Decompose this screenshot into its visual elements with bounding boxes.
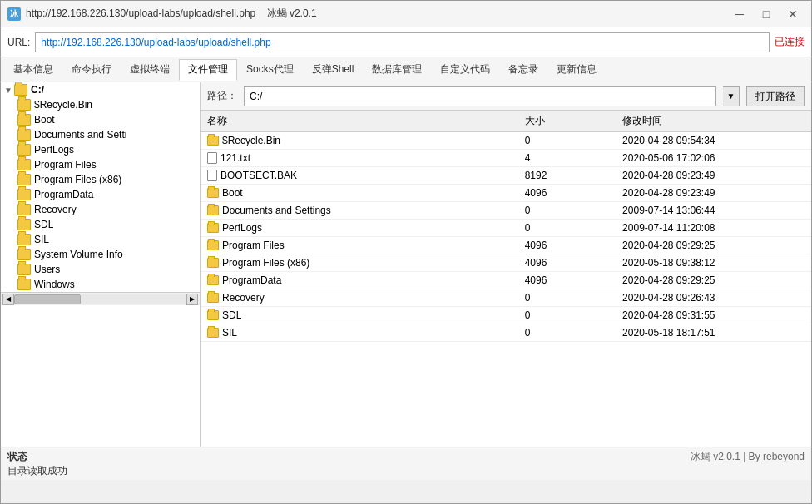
root-folder-icon: [14, 84, 27, 96]
tab-terminal[interactable]: 虚拟终端: [121, 59, 179, 81]
table-row[interactable]: Boot40962020-04-28 09:23:49: [201, 185, 811, 202]
folder-icon: [207, 205, 219, 215]
folder-icon: [207, 240, 219, 250]
file-name-label: ProgramData: [222, 274, 281, 286]
tree-item-sdl[interactable]: SDL: [1, 217, 200, 232]
file-size: 8192: [518, 167, 616, 185]
table-row[interactable]: Program Files (x86)40962020-05-18 09:38:…: [201, 254, 811, 272]
tab-socks[interactable]: Socks代理: [237, 59, 303, 81]
table-row[interactable]: BOOTSECT.BAK81922020-04-28 09:23:49: [201, 167, 811, 185]
path-label: 路径：: [207, 89, 237, 103]
maximize-button[interactable]: □: [755, 5, 778, 23]
open-path-button[interactable]: 打开路径: [746, 86, 805, 106]
file-mtime: 2020-05-18 09:38:12: [616, 254, 811, 272]
scroll-left-btn[interactable]: ◀: [2, 294, 14, 305]
file-icon: [207, 170, 217, 181]
file-size: 0: [518, 202, 616, 220]
file-mtime: 2020-04-28 09:29:25: [616, 237, 811, 254]
status-message-row: 目录读取成功: [1, 464, 811, 478]
file-name-label: 121.txt: [220, 152, 250, 164]
right-panel: 路径： ▼ 打开路径 名称 大小 修改时间 $Recycle.Bin02020-…: [201, 82, 811, 447]
file-size: 0: [518, 324, 616, 342]
status-row: 状态 冰蝎 v2.0.1 | By rebeyond: [1, 450, 811, 464]
tree-item-label: Windows: [34, 279, 75, 290]
tree-item-recycle[interactable]: $Recycle.Bin: [1, 97, 200, 112]
folder-icon: [17, 159, 31, 170]
tree-root-label: C:/: [31, 84, 44, 96]
tab-update[interactable]: 更新信息: [547, 59, 606, 81]
title-appname: 冰蝎 v2.0.1: [267, 7, 317, 19]
folder-icon: [207, 258, 219, 268]
file-table-container: 名称 大小 修改时间 $Recycle.Bin02020-04-28 09:54…: [201, 111, 811, 447]
tree-item-users[interactable]: Users: [1, 262, 200, 277]
title-text: http://192.168.226.130/upload-labs/uploa…: [26, 7, 728, 21]
folder-icon: [207, 188, 219, 198]
file-name-label: SDL: [222, 309, 241, 321]
folder-icon: [207, 328, 219, 338]
tree-item-documents[interactable]: Documents and Setti: [1, 127, 200, 142]
tab-custom-code[interactable]: 自定义代码: [431, 59, 499, 81]
tab-memo[interactable]: 备忘录: [499, 59, 547, 81]
table-row[interactable]: Program Files40962020-04-28 09:29:25: [201, 237, 811, 254]
folder-icon: [17, 279, 31, 290]
file-name-cell: SDL: [201, 307, 518, 324]
file-size: 4: [518, 150, 616, 167]
sidebar-scrollbar-x[interactable]: ◀ ▶: [1, 292, 200, 305]
tree-item-label: SIL: [34, 234, 49, 245]
file-mtime: 2020-04-28 09:23:49: [616, 185, 811, 202]
tab-database[interactable]: 数据库管理: [363, 59, 431, 81]
tree-item-label: Recovery: [34, 204, 77, 215]
tree-item-windows[interactable]: Windows: [1, 277, 200, 292]
tree-item-sil[interactable]: SIL: [1, 232, 200, 247]
tab-basic-info[interactable]: 基本信息: [4, 59, 62, 81]
scrollbar-thumb[interactable]: [14, 294, 81, 304]
folder-icon: [17, 249, 31, 260]
minimize-button[interactable]: ─: [728, 5, 751, 23]
file-name-cell: PerfLogs: [201, 220, 518, 237]
folder-icon: [17, 99, 31, 111]
tree-item-programfilesx86[interactable]: Program Files (x86): [1, 172, 200, 187]
folder-icon: [17, 144, 31, 156]
tree-item-label: PerfLogs: [34, 144, 74, 156]
tree-item-boot[interactable]: Boot: [1, 112, 200, 127]
table-row[interactable]: SDL02020-04-28 09:31:55: [201, 307, 811, 324]
file-size: 0: [518, 132, 616, 150]
path-dropdown-btn[interactable]: ▼: [723, 86, 740, 106]
folder-icon: [207, 136, 219, 146]
tab-command[interactable]: 命令执行: [62, 59, 121, 81]
table-row[interactable]: 121.txt42020-05-06 17:02:06: [201, 150, 811, 167]
file-name-label: Program Files: [222, 240, 285, 251]
folder-icon: [17, 219, 31, 230]
app-icon: 冰: [7, 7, 21, 21]
file-size: 0: [518, 220, 616, 237]
table-row[interactable]: Recovery02020-04-28 09:26:43: [201, 289, 811, 307]
title-url: http://192.168.226.130/upload-labs/uploa…: [26, 7, 255, 19]
tree-item-label: Program Files (x86): [34, 174, 121, 185]
tree-item-recovery[interactable]: Recovery: [1, 202, 200, 217]
file-name-label: Documents and Settings: [222, 205, 331, 216]
table-row[interactable]: PerfLogs02009-07-14 11:20:08: [201, 220, 811, 237]
folder-icon: [17, 204, 31, 215]
file-mtime: 2020-04-28 09:31:55: [616, 307, 811, 324]
tab-file-manage[interactable]: 文件管理: [179, 59, 237, 81]
file-name-cell: 121.txt: [201, 150, 518, 167]
tree-item-label: Users: [34, 264, 60, 275]
table-row[interactable]: $Recycle.Bin02020-04-28 09:54:34: [201, 132, 811, 150]
tree-item-programdata[interactable]: ProgramData: [1, 187, 200, 202]
tree-root[interactable]: ▼ C:/: [1, 82, 200, 97]
tree-item-perflogs[interactable]: PerfLogs: [1, 142, 200, 157]
file-mtime: 2020-04-28 09:23:49: [616, 167, 811, 185]
url-input[interactable]: [35, 32, 770, 52]
table-row[interactable]: ProgramData40962020-04-28 09:29:25: [201, 272, 811, 289]
tab-reverse-shell[interactable]: 反弹Shell: [303, 59, 364, 81]
tree-item-systemvolume[interactable]: System Volume Info: [1, 247, 200, 262]
path-input[interactable]: [244, 86, 716, 106]
file-tree-sidebar: ▼ C:/ $Recycle.Bin Boot Documents and Se…: [1, 82, 201, 447]
table-row[interactable]: Documents and Settings02009-07-14 13:06:…: [201, 202, 811, 220]
file-name-cell: Program Files: [201, 237, 518, 254]
tree-item-programfiles[interactable]: Program Files: [1, 157, 200, 172]
scroll-right-btn[interactable]: ▶: [186, 294, 198, 305]
scrollbar-track: [14, 294, 186, 304]
table-row[interactable]: SIL02020-05-18 18:17:51: [201, 324, 811, 342]
close-button[interactable]: ✕: [781, 5, 805, 23]
